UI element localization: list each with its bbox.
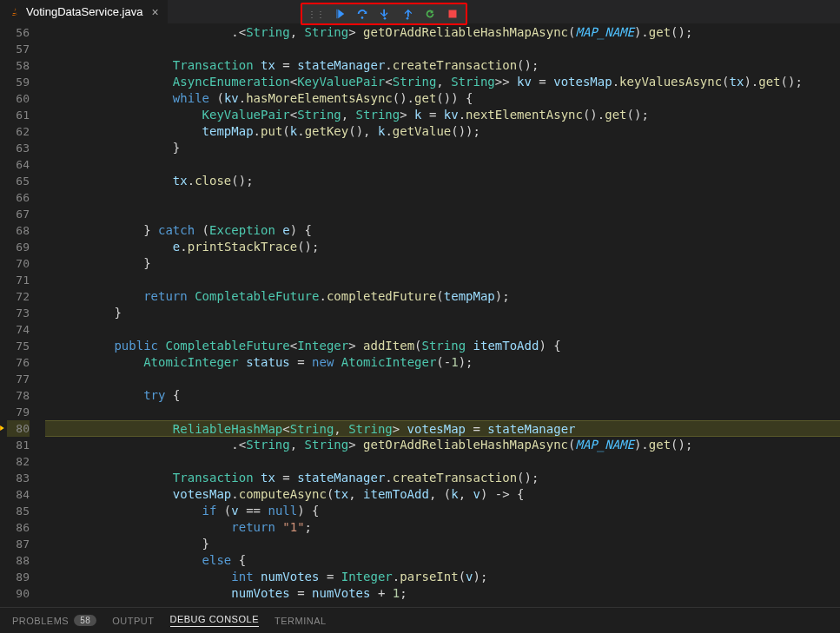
code-line[interactable]: Transaction tx = stateManager.createTran… [45,470,840,486]
code-line[interactable] [45,371,840,387]
tab-debug-console-label: DEBUG CONSOLE [170,614,259,624]
line-number: 72 [7,288,30,305]
step-over-button[interactable] [351,6,374,22]
code-line[interactable] [45,206,840,222]
code-line[interactable]: return CompletableFuture.completedFuture… [45,288,840,305]
problems-count-badge: 58 [74,615,96,626]
line-number: 70 [7,255,30,272]
line-number: 73 [7,305,30,321]
line-number: 66 [7,189,30,206]
line-number: 78 [7,387,30,404]
tab-output-label: OUTPUT [112,616,154,626]
code-line[interactable]: else { [45,552,840,569]
code-line[interactable] [45,453,840,470]
code-line[interactable] [45,272,840,288]
line-number: 69 [7,239,30,255]
line-number: 68 [7,222,30,239]
line-number: 89 [7,569,30,585]
code-line[interactable] [45,321,840,338]
code-line[interactable]: while (kv.hasMoreElementsAsync().get()) … [45,90,840,107]
svg-point-0 [361,16,364,19]
line-number: 59 [7,74,30,90]
breakpoint-current-icon[interactable] [0,422,7,434]
tab-terminal[interactable]: TERMINAL [274,616,327,626]
line-number: 90 [7,585,30,602]
code-line[interactable] [45,404,840,420]
line-number: 85 [7,503,30,519]
code-line[interactable]: .<String, String> getOrAddReliableHashMa… [45,24,840,41]
tab-problems-label: PROBLEMS [12,616,69,626]
code-line[interactable]: try { [45,387,840,404]
line-number: 87 [7,536,30,552]
code-line[interactable]: return "1"; [45,519,840,536]
code-line[interactable]: numVotes = numVotes + 1; [45,585,840,602]
line-number: 60 [7,90,30,107]
close-icon[interactable]: × [151,5,158,19]
java-icon [9,6,21,18]
tab-output[interactable]: OUTPUT [112,616,154,626]
drag-handle-icon[interactable]: ⋮⋮ [304,10,328,19]
code-line[interactable] [45,41,840,57]
line-number: 56 [7,24,30,41]
code-line[interactable]: ReliableHashMap<String, String> votesMap… [45,420,840,437]
svg-point-1 [384,17,387,20]
code-line[interactable]: if (v == null) { [45,503,840,519]
line-number: 74 [7,321,30,338]
svg-point-2 [407,17,409,20]
step-out-button[interactable] [396,6,419,22]
line-number: 67 [7,206,30,222]
line-number: 65 [7,173,30,189]
code-line[interactable]: AtomicInteger status = new AtomicInteger… [45,354,840,371]
code-line[interactable]: KeyValuePair<String, String> k = kv.next… [45,107,840,123]
line-number: 76 [7,354,30,371]
code-line[interactable]: Transaction tx = stateManager.createTran… [45,57,840,74]
code-line[interactable]: } [45,305,840,321]
code-line[interactable]: } [45,140,840,156]
code-line[interactable]: AsyncEnumeration<KeyValuePair<String, St… [45,74,840,90]
restart-button[interactable] [419,6,441,22]
line-number: 81 [7,437,30,453]
code-line[interactable]: votesMap.computeAsync(tx, itemToAdd, (k,… [45,486,840,503]
tab-debug-console[interactable]: DEBUG CONSOLE [170,614,259,627]
code-line[interactable] [45,156,840,173]
editor-tab[interactable]: VotingDataService.java × [0,0,169,23]
line-number: 61 [7,107,30,123]
line-number: 57 [7,41,30,57]
bottom-panel-tabs: PROBLEMS 58 OUTPUT DEBUG CONSOLE TERMINA… [0,607,840,633]
line-number: 62 [7,123,30,140]
line-number: 77 [7,371,30,387]
tab-problems[interactable]: PROBLEMS 58 [12,615,96,626]
code-line[interactable]: tx.close(); [45,173,840,189]
code-editor[interactable]: 5657585960616263646566676869707172737475… [0,24,840,607]
code-line[interactable]: tempMap.put(k.getKey(), k.getValue()); [45,123,840,140]
line-number: 80 [7,420,30,437]
code-line[interactable]: e.printStackTrace(); [45,239,840,255]
code-area[interactable]: .<String, String> getOrAddReliableHashMa… [45,24,840,607]
line-number: 75 [7,338,30,354]
line-number: 64 [7,156,30,173]
tab-terminal-label: TERMINAL [274,616,327,626]
step-into-button[interactable] [374,6,396,22]
line-number: 63 [7,140,30,156]
code-line[interactable]: public CompletableFuture<Integer> addIte… [45,338,840,354]
line-number: 71 [7,272,30,288]
code-line[interactable]: .<String, String> getOrAddReliableHashMa… [45,437,840,453]
code-line[interactable] [45,189,840,206]
continue-button[interactable] [328,6,351,22]
line-number-gutter: 5657585960616263646566676869707172737475… [0,24,45,607]
debug-toolbar: ⋮⋮ [301,3,467,25]
line-number: 82 [7,453,30,470]
svg-rect-3 [449,10,457,18]
code-line[interactable]: int numVotes = Integer.parseInt(v); [45,569,840,585]
line-number: 86 [7,519,30,536]
line-number: 79 [7,404,30,420]
line-number: 88 [7,552,30,569]
line-number: 83 [7,470,30,486]
code-line[interactable]: } [45,536,840,552]
code-line[interactable]: } [45,255,840,272]
line-number: 58 [7,57,30,74]
line-number: 84 [7,486,30,503]
stop-button[interactable] [441,6,464,22]
tab-filename: VotingDataService.java [26,5,142,18]
code-line[interactable]: } catch (Exception e) { [45,222,840,239]
